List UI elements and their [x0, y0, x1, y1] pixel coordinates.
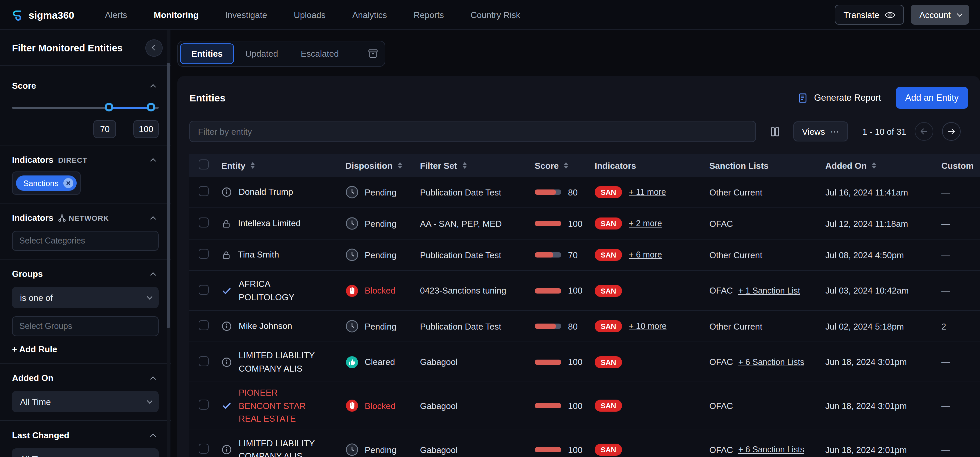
filter-set-value: Gabagool	[420, 445, 535, 455]
score-section-label: Score	[12, 81, 36, 91]
sidebar-scrollbar-thumb[interactable]	[167, 63, 170, 328]
column-header-added-on: Added On	[825, 160, 867, 171]
sort-icon[interactable]	[462, 162, 466, 169]
nav-item-alerts[interactable]: Alerts	[105, 10, 127, 20]
groups-filter-section: Groups is one of + Add Rule	[12, 259, 159, 363]
collapse-sidebar-button[interactable]	[145, 39, 163, 57]
last-changed-value: All Time	[20, 454, 51, 457]
added-on-value: Jun 18, 2024 3:01pm	[825, 401, 941, 411]
filter-set-value: Gabagool	[420, 401, 535, 411]
logo[interactable]: sigma360	[11, 8, 74, 21]
sanction-lists-link[interactable]: + 6 Sanction Lists	[738, 445, 804, 454]
eye-icon	[885, 11, 895, 18]
table-row[interactable]: AFRICA POLITOLOGY Blocked 0423-Sanctions…	[189, 271, 980, 311]
score-value: 70	[568, 250, 578, 260]
score-value: 100	[568, 357, 582, 367]
row-checkbox[interactable]	[199, 217, 208, 227]
entity-name[interactable]: PIONEER BENCONT STAR REAL ESTATE	[239, 386, 305, 425]
table-row[interactable]: LIMITED LIABILITY COMPANY ALIS Pending G…	[189, 430, 980, 457]
select-all-checkbox[interactable]	[199, 160, 208, 169]
table-row[interactable]: Donald Trump Pending Publication Date Te…	[189, 177, 980, 208]
account-button[interactable]: Account	[911, 5, 969, 25]
entity-name[interactable]: Intellexa Limited	[238, 217, 301, 230]
score-min-value[interactable]: 70	[94, 120, 116, 138]
more-indicators-link[interactable]: + 10 more	[628, 321, 667, 331]
select-categories-input[interactable]	[12, 231, 159, 251]
row-checkbox[interactable]	[199, 444, 208, 454]
more-indicators-link[interactable]: + 11 more	[628, 187, 666, 197]
score-max-value[interactable]: 100	[134, 120, 159, 138]
select-groups-input[interactable]	[12, 316, 159, 336]
tab-entities[interactable]: Entities	[180, 43, 234, 64]
filter-set-value: 0423-Sanctions tuning	[420, 286, 535, 296]
indicators-network-mode: NETWORK	[68, 214, 109, 222]
nav-item-uploads[interactable]: Uploads	[294, 10, 325, 20]
chevron-up-icon[interactable]	[150, 376, 156, 382]
nav-item-country-risk[interactable]: Country Risk	[471, 10, 520, 20]
table-row[interactable]: PIONEER BENCONT STAR REAL ESTATE Blocked…	[189, 382, 980, 430]
last-changed-select[interactable]: All Time	[12, 448, 159, 457]
chevron-up-icon[interactable]	[150, 433, 156, 439]
entity-name[interactable]: Tina Smith	[238, 249, 279, 262]
indicators-network-label: Indicators	[12, 213, 53, 223]
entity-name[interactable]: AFRICA POLITOLOGY	[239, 278, 294, 304]
score-range-slider[interactable]	[12, 103, 159, 112]
chevron-up-icon[interactable]	[150, 84, 156, 89]
sort-icon[interactable]	[398, 162, 402, 169]
sanction-list-value: OFAC	[710, 219, 733, 228]
row-checkbox[interactable]	[199, 320, 208, 330]
nav-item-reports[interactable]: Reports	[414, 10, 444, 20]
chevron-up-icon[interactable]	[150, 272, 156, 278]
table-row[interactable]: LIMITED LIABILITY COMPANY ALIS Cleared G…	[189, 342, 980, 382]
score-value: 100	[568, 401, 582, 411]
chevron-up-icon[interactable]	[150, 158, 156, 163]
slider-handle-min[interactable]	[105, 103, 113, 112]
table-row[interactable]: Mike Johnson Pending Publication Date Te…	[189, 311, 980, 342]
disposition-label: Pending	[365, 445, 396, 455]
row-checkbox[interactable]	[199, 284, 208, 294]
nav-item-monitoring[interactable]: Monitoring	[154, 10, 198, 20]
entity-name[interactable]: Donald Trump	[239, 186, 293, 199]
row-checkbox[interactable]	[199, 356, 208, 366]
next-page-button[interactable]	[942, 122, 961, 141]
column-header-sanction-lists: Sanction Lists	[710, 160, 768, 171]
sort-icon[interactable]	[251, 162, 255, 169]
table-row[interactable]: Tina Smith Pending Publication Date Test…	[189, 240, 980, 271]
row-checkbox[interactable]	[199, 186, 208, 196]
add-entity-button[interactable]: Add an Entity	[896, 87, 968, 109]
sanction-lists-link[interactable]: + 1 Sanction List	[738, 286, 800, 295]
slider-handle-max[interactable]	[147, 103, 155, 112]
nav-item-investigate[interactable]: Investigate	[225, 10, 267, 20]
sort-icon[interactable]	[872, 162, 876, 169]
views-button[interactable]: Views ⋯	[793, 121, 848, 141]
table-header-row: Entity Disposition Filter Set Score Indi…	[189, 154, 980, 177]
row-checkbox[interactable]	[199, 249, 208, 259]
more-indicators-link[interactable]: + 6 more	[628, 250, 662, 259]
tab-updated[interactable]: Updated	[234, 43, 290, 64]
nav-item-analytics[interactable]: Analytics	[352, 10, 387, 20]
remove-tag-icon[interactable]	[63, 178, 73, 188]
translate-button[interactable]: Translate	[835, 5, 904, 25]
sanction-lists-link[interactable]: + 6 Sanction Lists	[738, 357, 804, 367]
sort-icon[interactable]	[564, 162, 568, 169]
chevron-up-icon[interactable]	[150, 216, 156, 222]
indicators-direct-mode: DIRECT	[58, 156, 88, 164]
added-on-value: Jul 12, 2024 11:18am	[825, 219, 941, 228]
indicators-tag-field[interactable]: Sanctions	[12, 171, 80, 195]
table-row[interactable]: Intellexa Limited Pending AA - SAN, PEP,…	[189, 208, 980, 240]
added-on-select[interactable]: All Time	[12, 391, 159, 412]
add-rule-button[interactable]: + Add Rule	[12, 344, 57, 354]
archive-icon[interactable]	[363, 45, 383, 62]
more-indicators-link[interactable]: + 2 more	[628, 219, 662, 228]
entity-name[interactable]: LIMITED LIABILITY COMPANY ALIS	[239, 437, 315, 457]
generate-report-button[interactable]: Generate Report	[797, 93, 881, 103]
row-checkbox[interactable]	[199, 400, 208, 410]
main-content: Entities Updated Escalated Entities	[177, 30, 980, 457]
previous-page-button[interactable]	[915, 122, 933, 141]
entity-name[interactable]: LIMITED LIABILITY COMPANY ALIS	[239, 349, 315, 375]
entity-name[interactable]: Mike Johnson	[239, 320, 292, 333]
column-settings-icon[interactable]	[765, 121, 785, 141]
groups-operator-select[interactable]: is one of	[12, 287, 159, 308]
entity-filter-input[interactable]	[189, 121, 756, 142]
tab-escalated[interactable]: Escalated	[290, 43, 350, 64]
